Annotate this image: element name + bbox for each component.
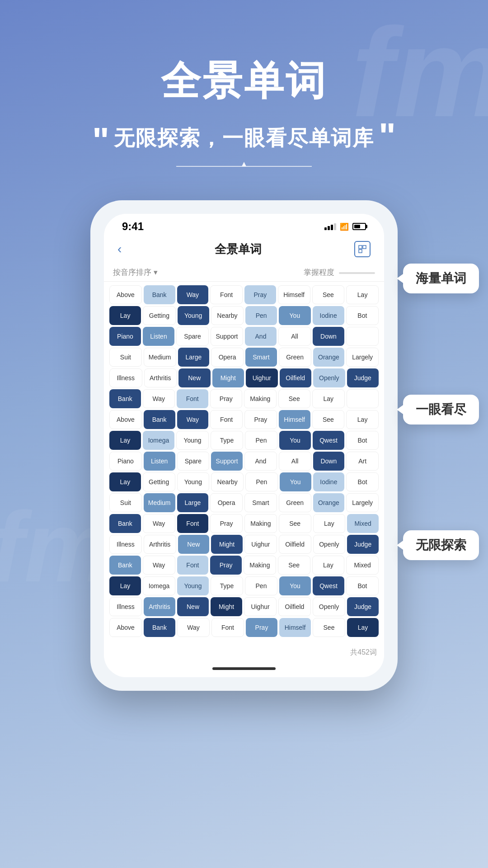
word-cell[interactable]: Way: [177, 618, 210, 637]
word-cell[interactable]: See: [278, 389, 311, 408]
word-cell[interactable]: Lay: [346, 285, 379, 304]
word-cell[interactable]: Oilfield: [278, 597, 311, 616]
word-cell[interactable]: Openly: [313, 597, 345, 616]
word-cell[interactable]: Way: [143, 514, 175, 533]
word-cell[interactable]: Way: [177, 410, 209, 429]
word-cell[interactable]: Iodine: [313, 306, 344, 325]
word-cell[interactable]: Illness: [109, 597, 142, 616]
word-cell[interactable]: Lay: [109, 472, 141, 491]
word-cell[interactable]: Lay: [313, 514, 346, 533]
word-cell[interactable]: Support: [211, 452, 243, 471]
word-cell[interactable]: Medium: [144, 493, 175, 512]
word-cell[interactable]: Bank: [144, 618, 175, 637]
word-cell[interactable]: See: [279, 514, 311, 533]
word-cell[interactable]: Openly: [313, 368, 345, 387]
word-cell[interactable]: Font: [177, 556, 209, 575]
word-cell[interactable]: Arthritis: [144, 535, 176, 554]
word-cell[interactable]: Iodine: [313, 472, 345, 491]
word-cell[interactable]: Nearby: [211, 472, 244, 491]
word-cell[interactable]: Pen: [245, 306, 277, 325]
word-cell[interactable]: Font: [211, 618, 244, 637]
word-cell[interactable]: You: [279, 306, 310, 325]
word-cell[interactable]: Green: [279, 493, 311, 512]
word-cell[interactable]: Bank: [109, 514, 141, 533]
word-cell[interactable]: Type: [211, 431, 243, 450]
word-cell[interactable]: Pray: [244, 410, 277, 429]
word-cell[interactable]: Lay: [347, 618, 379, 637]
word-cell[interactable]: Type: [211, 576, 243, 595]
word-cell[interactable]: Himself: [279, 410, 310, 429]
word-cell[interactable]: Might: [211, 535, 243, 554]
word-cell[interactable]: Bank: [109, 389, 141, 408]
word-cell[interactable]: Bot: [346, 431, 379, 450]
word-cell[interactable]: Oilfield: [280, 368, 312, 387]
word-cell[interactable]: Getting: [143, 472, 175, 491]
word-cell[interactable]: Above: [109, 618, 142, 637]
word-cell[interactable]: You: [279, 431, 311, 450]
word-cell[interactable]: All: [279, 452, 311, 471]
word-cell[interactable]: Down: [313, 327, 344, 346]
word-cell[interactable]: Way: [177, 285, 209, 304]
word-cell[interactable]: Listen: [144, 452, 175, 471]
word-cell[interactable]: Orange: [313, 493, 345, 512]
word-cell[interactable]: Bank: [109, 556, 141, 575]
word-cell[interactable]: Qwest: [313, 576, 344, 595]
word-cell[interactable]: Pen: [245, 576, 277, 595]
word-cell[interactable]: Font: [177, 514, 209, 533]
word-cell[interactable]: Pray: [244, 285, 276, 304]
word-cell[interactable]: Way: [143, 389, 175, 408]
word-cell[interactable]: New: [177, 597, 209, 616]
word-cell[interactable]: You: [280, 472, 311, 491]
word-cell[interactable]: Young: [177, 576, 209, 595]
word-cell[interactable]: Smart: [245, 348, 277, 367]
word-cell[interactable]: Opera: [210, 493, 243, 512]
word-cell[interactable]: Spare: [176, 327, 209, 346]
word-cell[interactable]: Bot: [346, 472, 379, 491]
word-cell[interactable]: Pen: [245, 472, 278, 491]
word-cell[interactable]: Pray: [246, 618, 277, 637]
nav-back-button[interactable]: ‹: [117, 242, 122, 256]
word-cell[interactable]: Himself: [278, 285, 310, 304]
word-cell[interactable]: Lay: [346, 410, 379, 429]
word-cell[interactable]: Himself: [279, 618, 311, 637]
word-cell[interactable]: Iomega: [143, 576, 175, 595]
word-cell[interactable]: Bank: [144, 285, 175, 304]
word-cell[interactable]: See: [313, 618, 345, 637]
word-cell[interactable]: Might: [212, 368, 244, 387]
word-cell[interactable]: Pray: [210, 389, 243, 408]
word-cell[interactable]: Arthritis: [144, 597, 175, 616]
word-cell[interactable]: Above: [109, 285, 142, 304]
word-cell[interactable]: Bank: [144, 410, 175, 429]
word-cell[interactable]: Above: [109, 410, 142, 429]
word-cell[interactable]: Pray: [210, 514, 243, 533]
word-cell[interactable]: Large: [178, 348, 210, 367]
word-cell[interactable]: Uighur: [244, 535, 277, 554]
word-cell[interactable]: Making: [244, 389, 277, 408]
word-cell[interactable]: Font: [210, 410, 243, 429]
word-cell[interactable]: Illness: [109, 368, 142, 387]
word-cell[interactable]: See: [312, 285, 345, 304]
word-cell[interactable]: Making: [244, 556, 276, 575]
word-cell[interactable]: Judge: [347, 368, 379, 387]
word-cell[interactable]: Lay: [312, 389, 345, 408]
word-cell[interactable]: Green: [279, 348, 311, 367]
word-cell[interactable]: Largely: [346, 493, 379, 512]
word-cell[interactable]: Might: [211, 597, 242, 616]
word-cell[interactable]: Medium: [144, 348, 176, 367]
word-cell[interactable]: New: [178, 368, 211, 387]
word-cell[interactable]: Listen: [143, 327, 174, 346]
word-cell[interactable]: Uighur: [244, 597, 277, 616]
word-cell[interactable]: Illness: [109, 535, 142, 554]
word-cell[interactable]: Young: [177, 472, 210, 491]
word-cell[interactable]: Large: [177, 493, 209, 512]
word-cell[interactable]: Suit: [109, 348, 142, 367]
word-cell[interactable]: Support: [211, 327, 243, 346]
word-cell[interactable]: Nearby: [211, 306, 244, 325]
word-cell[interactable]: Lay: [109, 306, 141, 325]
word-cell[interactable]: Young: [178, 306, 209, 325]
word-cell[interactable]: Pray: [210, 556, 242, 575]
sort-label[interactable]: 按音序排序 ▾: [113, 267, 158, 278]
word-cell[interactable]: Spare: [177, 452, 210, 471]
word-cell[interactable]: Smart: [244, 493, 277, 512]
word-cell[interactable]: Largely: [346, 348, 379, 367]
